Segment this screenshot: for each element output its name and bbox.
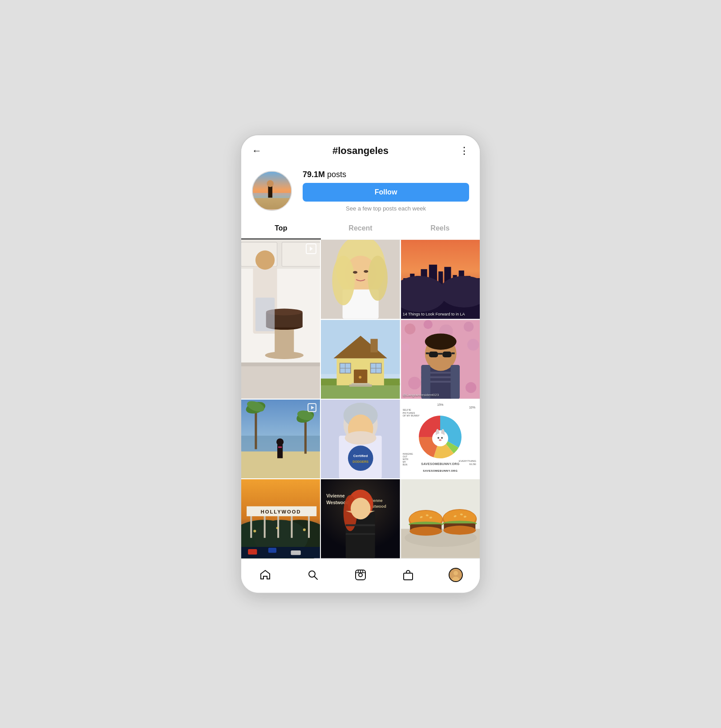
photo-grid: 14 Things to Look Forward to in LA <box>241 240 480 558</box>
grid-item-1[interactable] <box>241 240 320 399</box>
grid-item-7[interactable]: Certified DODGERS <box>321 400 400 478</box>
svg-text:Certified: Certified <box>353 454 368 458</box>
svg-point-25 <box>353 271 357 274</box>
grid-item-8[interactable]: SAVESOMEBUNNY.ORG 15% 10% EVERYTHINGELSE… <box>401 400 480 478</box>
reel-icon <box>306 243 316 254</box>
grid-item-5[interactable]: @Langramresident023 <box>401 320 480 399</box>
svg-point-108 <box>441 437 443 439</box>
svg-rect-78 <box>451 352 454 354</box>
svg-rect-125 <box>248 549 257 554</box>
svg-point-4 <box>267 180 274 187</box>
avatar-image <box>253 172 291 210</box>
item-label-5: @Langramresident023 <box>403 393 439 397</box>
posts-count: 79.1M posts <box>303 170 469 179</box>
svg-point-102 <box>345 431 377 445</box>
svg-point-61 <box>423 320 432 329</box>
nav-search[interactable] <box>303 565 323 585</box>
svg-point-91 <box>276 438 284 445</box>
svg-rect-16 <box>241 365 320 399</box>
svg-point-158 <box>443 526 476 535</box>
svg-text:HOLLYWOOD: HOLLYWOOD <box>261 509 301 514</box>
svg-line-160 <box>314 576 317 579</box>
svg-point-60 <box>405 324 415 334</box>
svg-point-107 <box>437 437 439 439</box>
svg-rect-139 <box>346 534 375 535</box>
svg-rect-77 <box>425 352 429 354</box>
phone-frame: ← #losangeles ⋮ <box>240 134 481 593</box>
nav-avatar <box>449 568 463 582</box>
tabs-bar: Top Recent Reels <box>241 216 480 240</box>
profile-section: 79.1M posts Follow See a few top posts e… <box>241 163 480 212</box>
svg-rect-76 <box>438 353 442 355</box>
svg-rect-118 <box>308 516 310 538</box>
svg-point-63 <box>464 322 474 332</box>
grid-item-11[interactable] <box>401 479 480 558</box>
svg-point-10 <box>255 251 275 270</box>
svg-rect-92 <box>278 446 282 448</box>
svg-point-66 <box>408 376 421 389</box>
svg-point-26 <box>364 270 369 273</box>
svg-point-73 <box>425 333 456 349</box>
svg-text:DODGERS: DODGERS <box>353 460 369 464</box>
nav-profile[interactable] <box>446 565 466 585</box>
svg-point-169 <box>454 571 458 575</box>
tab-reels[interactable]: Reels <box>400 224 480 239</box>
page-title: #losangeles <box>332 145 389 157</box>
more-button[interactable]: ⋮ <box>459 145 469 157</box>
svg-rect-80 <box>450 365 459 399</box>
item-label-3: 14 Things to Look Forward to in LA <box>403 312 478 317</box>
svg-rect-18 <box>255 298 275 332</box>
grid-item-3[interactable]: 14 Things to Look Forward to in LA <box>401 240 480 319</box>
svg-rect-74 <box>429 352 437 357</box>
svg-point-49 <box>359 376 361 378</box>
svg-point-24 <box>368 256 388 301</box>
svg-rect-3 <box>268 186 272 198</box>
svg-point-65 <box>467 339 479 350</box>
svg-rect-87 <box>255 408 257 449</box>
svg-point-123 <box>303 529 306 531</box>
svg-rect-12 <box>275 327 294 356</box>
svg-rect-57 <box>349 384 372 387</box>
pie-chart-label: SAVESOMEBUNNY.ORG <box>421 462 459 465</box>
svg-rect-126 <box>291 550 300 555</box>
svg-rect-167 <box>404 573 413 580</box>
svg-point-150 <box>409 527 442 536</box>
tab-recent[interactable]: Recent <box>321 224 401 239</box>
svg-point-23 <box>332 256 355 305</box>
svg-point-64 <box>401 343 409 351</box>
svg-point-137 <box>351 498 371 520</box>
nav-home[interactable] <box>255 565 275 585</box>
grid-item-2[interactable] <box>321 240 400 319</box>
nav-shop[interactable] <box>398 565 418 585</box>
svg-rect-138 <box>346 525 375 526</box>
grid-item-9[interactable]: HOLLYWOOD <box>241 479 320 558</box>
svg-text:Vivienne: Vivienne <box>326 493 345 498</box>
svg-rect-114 <box>250 513 252 538</box>
svg-rect-84 <box>304 418 307 454</box>
pie-chart-svg <box>416 413 465 461</box>
svg-rect-58 <box>371 339 378 352</box>
grid-item-4[interactable] <box>321 320 400 399</box>
tab-top[interactable]: Top <box>241 224 321 239</box>
grid-item-6[interactable] <box>241 400 320 478</box>
svg-point-67 <box>466 382 476 393</box>
svg-point-162 <box>359 573 362 577</box>
svg-rect-17 <box>241 363 320 367</box>
bottom-nav <box>241 558 480 593</box>
follow-subtitle: See a few top posts each week <box>303 205 469 212</box>
svg-rect-127 <box>268 548 276 553</box>
profile-info: 79.1M posts Follow See a few top posts e… <box>303 170 469 212</box>
svg-point-121 <box>253 530 256 533</box>
grid-item-10[interactable]: Vivienne Westwood Vivienne Westwood <box>321 479 400 558</box>
svg-point-96 <box>348 445 373 471</box>
svg-rect-115 <box>264 515 266 538</box>
header: ← #losangeles ⋮ <box>241 135 480 163</box>
reel-icon-6 <box>308 403 316 412</box>
avatar <box>252 171 292 211</box>
svg-point-122 <box>276 527 279 529</box>
svg-rect-75 <box>442 352 451 357</box>
back-button[interactable]: ← <box>252 145 262 157</box>
follow-button[interactable]: Follow <box>303 183 469 202</box>
nav-reels[interactable] <box>351 565 370 585</box>
svg-point-109 <box>439 439 442 441</box>
